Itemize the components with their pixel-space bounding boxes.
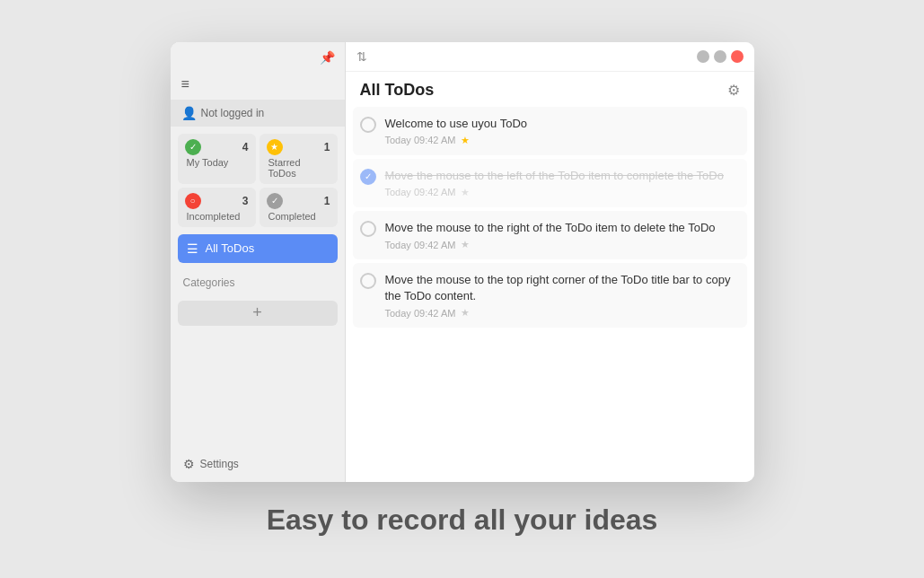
resize-icon[interactable]: ⇅	[356, 49, 367, 64]
nav-item-all-todos[interactable]: ☰ All ToDos	[178, 234, 338, 263]
todo-text-2: Move the mouse to the left of the ToDo i…	[385, 168, 740, 184]
starred-icon: ★	[267, 139, 283, 155]
all-todos-icon: ☰	[187, 241, 198, 256]
todo-item: Welcome to use uyou ToDo Today 09:42 AM …	[353, 107, 747, 155]
stats-grid: ✓ 4 My Today ★ 1 Starred ToDos ○ 3 Inco	[171, 134, 345, 232]
todo-list: Welcome to use uyou ToDo Today 09:42 AM …	[346, 107, 754, 482]
tagline: Easy to record all your ideas	[267, 504, 658, 537]
main-panel: ⇅ − □ × All ToDos ⚙ Welcome to use uyou …	[346, 42, 754, 482]
todo-item: ✓ Move the mouse to the left of the ToDo…	[353, 159, 747, 207]
todo-time-2: Today 09:42 AM	[385, 187, 456, 197]
todo-star-1[interactable]: ★	[461, 135, 470, 146]
maximize-button[interactable]: □	[714, 50, 726, 63]
stat-card-my-today[interactable]: ✓ 4 My Today	[178, 134, 256, 184]
categories-section: Categories	[171, 265, 345, 295]
window-controls: − □ ×	[697, 50, 744, 63]
completed-icon: ✓	[267, 193, 283, 209]
todo-text-4: Move the mouse to the top right corner o…	[385, 272, 740, 304]
sidebar: 📌 ≡ 👤 Not logged in ✓ 4 My Today ★ 1	[171, 42, 346, 482]
title-bar-left: ⇅	[356, 49, 367, 64]
stat-card-incompleted[interactable]: ○ 3 Incompleted	[178, 188, 256, 227]
user-icon: 👤	[181, 106, 196, 120]
todo-meta-2: Today 09:42 AM ★	[385, 187, 740, 198]
todo-checkbox-4[interactable]	[360, 273, 376, 289]
todo-time-4: Today 09:42 AM	[385, 308, 456, 319]
panel-settings-icon[interactable]: ⚙	[727, 82, 740, 99]
user-label: Not logged in	[201, 107, 265, 119]
app-window: 📌 ≡ 👤 Not logged in ✓ 4 My Today ★ 1	[171, 42, 754, 482]
starred-label: Starred ToDos	[267, 157, 330, 179]
sidebar-pin-area: 📌	[171, 42, 345, 73]
todo-checkbox-2[interactable]: ✓	[360, 169, 376, 185]
incompleted-label: Incompleted	[185, 211, 249, 222]
todo-text-1: Welcome to use uyou ToDo	[385, 116, 740, 132]
todo-time-1: Today 09:42 AM	[385, 135, 456, 145]
all-todos-label: All ToDos	[206, 241, 255, 255]
my-today-icon: ✓	[185, 139, 201, 155]
stat-card-completed[interactable]: ✓ 1 Completed	[260, 188, 338, 227]
minimize-button[interactable]: −	[697, 50, 709, 63]
todo-content-1: Welcome to use uyou ToDo Today 09:42 AM …	[385, 116, 740, 146]
settings-section[interactable]: ⚙ Settings	[171, 446, 345, 482]
title-bar: ⇅ − □ ×	[346, 42, 754, 72]
sidebar-menu-icon[interactable]: ≡	[171, 73, 345, 100]
incompleted-count: 3	[242, 195, 249, 207]
todo-meta-1: Today 09:42 AM ★	[385, 135, 740, 146]
my-today-count: 4	[242, 141, 249, 153]
todo-star-4[interactable]: ★	[461, 307, 470, 319]
panel-header: All ToDos ⚙	[346, 72, 754, 107]
todo-content-4: Move the mouse to the top right corner o…	[385, 272, 740, 319]
panel-title: All ToDos	[360, 81, 435, 100]
stat-card-starred[interactable]: ★ 1 Starred ToDos	[260, 134, 338, 184]
categories-label: Categories	[183, 276, 235, 289]
todo-checkbox-3[interactable]	[360, 221, 376, 237]
todo-meta-4: Today 09:42 AM ★	[385, 307, 740, 319]
todo-star-3[interactable]: ★	[461, 239, 470, 250]
close-button[interactable]: ×	[731, 50, 744, 63]
my-today-label: My Today	[185, 157, 249, 168]
todo-time-3: Today 09:42 AM	[385, 240, 456, 250]
settings-icon: ⚙	[183, 457, 195, 471]
todo-item: Move the mouse to the top right corner o…	[353, 263, 747, 328]
completed-count: 1	[324, 195, 330, 207]
todo-text-3: Move the mouse to the right of the ToDo …	[385, 220, 740, 236]
todo-content-2: Move the mouse to the left of the ToDo i…	[385, 168, 740, 198]
todo-item: Move the mouse to the right of the ToDo …	[353, 211, 747, 259]
settings-label: Settings	[200, 458, 239, 470]
todo-meta-3: Today 09:42 AM ★	[385, 239, 740, 250]
todo-content-3: Move the mouse to the right of the ToDo …	[385, 220, 740, 250]
starred-count: 1	[324, 141, 330, 153]
user-section[interactable]: 👤 Not logged in	[171, 100, 345, 127]
pin-icon[interactable]: 📌	[320, 49, 336, 66]
todo-star-2[interactable]: ★	[461, 187, 470, 198]
todo-checkbox-1[interactable]	[360, 117, 376, 133]
incompleted-icon: ○	[185, 193, 201, 209]
add-category-button[interactable]: +	[178, 301, 338, 326]
completed-label: Completed	[267, 211, 330, 222]
